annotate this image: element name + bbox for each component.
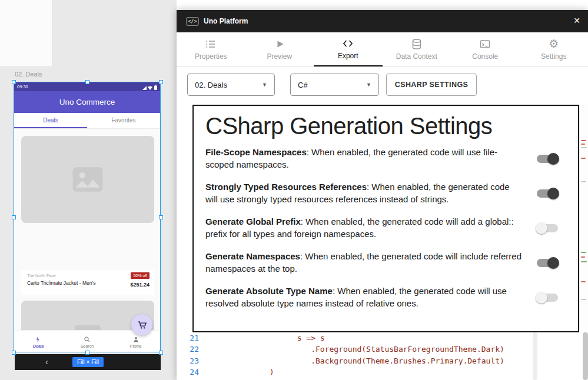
export-toolbar: 02. Deals ▼ C# ▼ CSHARP SETTINGS xyxy=(177,74,588,96)
selection-handle[interactable] xyxy=(85,351,89,355)
code-text: Resources xyxy=(210,378,315,380)
selected-frame[interactable]: 09:30 Uno Commerce Deals Favorites xyxy=(14,82,161,352)
uno-platform-panel: </> Uno Platform ✕ Properties Preview xyxy=(177,10,588,380)
line-number: 24 xyxy=(177,366,199,378)
code-minimap[interactable] xyxy=(579,105,588,329)
toggle-strongly-typed-resources[interactable] xyxy=(537,189,558,198)
list-icon xyxy=(205,38,217,50)
code-scrollbar[interactable] xyxy=(533,332,537,380)
selection-handle[interactable] xyxy=(159,351,163,355)
tab-settings[interactable]: ⚙ Settings xyxy=(520,32,588,66)
selection-handle[interactable] xyxy=(159,215,163,219)
phone-app-bar: Uno Commerce xyxy=(14,91,160,113)
code-line: 24 ) xyxy=(177,366,580,378)
console-icon xyxy=(479,38,491,50)
nav-label: Search xyxy=(81,344,94,348)
screen-select[interactable]: 02. Deals ▼ xyxy=(187,74,275,96)
tab-preview[interactable]: Preview xyxy=(245,32,314,66)
tab-properties[interactable]: Properties xyxy=(177,32,245,66)
code-text: s => s xyxy=(210,332,325,344)
panel-tab-bar: Properties Preview Export xyxy=(177,32,588,67)
csharp-settings-button[interactable]: CSHARP SETTINGS xyxy=(386,74,477,96)
nav-item-deals: Deals xyxy=(14,331,63,352)
code-text: ) xyxy=(210,366,274,378)
product-image-placeholder xyxy=(21,136,154,223)
phone-app-title: Uno Commerce xyxy=(14,91,160,113)
nav-label: Deals xyxy=(33,344,44,348)
setting-text: Strongly Typed Resources References: Whe… xyxy=(205,181,537,205)
screen-select-value: 02. Deals xyxy=(195,81,227,89)
code-line: 21 s => s xyxy=(177,332,580,344)
tab-export[interactable]: Export xyxy=(314,32,383,66)
setting-text: Generate Namespaces: When enabled, the g… xyxy=(205,251,537,275)
tab-label: Preview xyxy=(267,52,292,61)
chevron-down-icon: ▼ xyxy=(366,82,371,88)
toggle-thumb xyxy=(536,222,547,234)
toggle-generate-absolute-type-name[interactable] xyxy=(537,294,558,302)
product-brand: The North Face xyxy=(27,274,56,278)
code-icon xyxy=(342,38,354,49)
setting-row: Generate Namespaces: When enabled, the g… xyxy=(205,249,566,276)
toggle-file-scope-namespaces[interactable] xyxy=(537,155,558,163)
panel-header: </> Uno Platform ✕ xyxy=(177,10,588,32)
dialog-title: CSharp Generation Settings xyxy=(205,113,566,139)
frame-label[interactable]: 02. Deals xyxy=(15,71,42,78)
nav-item-profile: Profile xyxy=(111,331,160,352)
search-icon xyxy=(84,336,91,343)
selection-handle[interactable] xyxy=(85,80,89,84)
chevron-down-icon: ▼ xyxy=(262,82,267,88)
toggle-thumb xyxy=(547,153,559,165)
nav-label: Profile xyxy=(130,344,142,348)
status-icons xyxy=(142,85,158,90)
selection-handle[interactable] xyxy=(159,80,163,84)
tab-label: Export xyxy=(338,52,358,60)
adjacent-frame xyxy=(0,0,52,67)
code-editor[interactable]: 21 s => s 22 .Foreground(StatusBarForegr… xyxy=(177,332,580,380)
setting-label: File-Scope Namespaces xyxy=(205,147,307,157)
close-icon[interactable]: ✕ xyxy=(572,16,582,25)
phone-tab-bar: Deals Favorites xyxy=(14,113,160,129)
line-number: 22 xyxy=(177,344,199,355)
product-info: The North Face Carto Triclimate Jacket -… xyxy=(21,270,154,295)
code-line: 23 .Background(Theme.Brushes.Primary.Def… xyxy=(177,355,580,366)
selection-handle[interactable] xyxy=(12,215,16,219)
selection-handle[interactable] xyxy=(12,351,16,355)
setting-text: Generate Global Prefix: When enabled, th… xyxy=(205,216,537,240)
setting-row: Strongly Typed Resources References: Whe… xyxy=(205,180,566,207)
language-select[interactable]: C# ▼ xyxy=(290,74,379,96)
fill-size-chip[interactable]: Fill × Fill xyxy=(72,357,104,367)
setting-row: Generate Absolute Type Name: When enable… xyxy=(205,284,566,311)
line-number: 21 xyxy=(177,332,199,344)
back-chevron-icon[interactable]: ‹ xyxy=(45,358,48,366)
selection-handle[interactable] xyxy=(12,80,16,84)
image-placeholder-icon xyxy=(71,166,104,193)
toggle-thumb xyxy=(536,292,547,304)
setting-row: Generate Global Prefix: When enabled, th… xyxy=(205,215,566,242)
toggle-generate-namespaces[interactable] xyxy=(537,259,558,267)
selection-toolbar: ‹ Fill × Fill xyxy=(15,354,161,370)
play-icon xyxy=(274,38,285,50)
panel-scrollbar-thumb[interactable] xyxy=(583,332,588,380)
bolt-icon xyxy=(35,336,42,343)
person-icon xyxy=(132,336,139,343)
tab-data-context[interactable]: Data Context xyxy=(383,32,451,66)
code-line: 25 Resources xyxy=(177,378,580,380)
product-price: $251.24 xyxy=(130,282,150,288)
discount-badge: 50% off xyxy=(131,272,150,279)
toggle-generate-global-prefix[interactable] xyxy=(537,224,558,232)
design-canvas[interactable]: 02. Deals 09:30 Uno Commerce Deals Favor… xyxy=(0,0,177,380)
phone-tab-deals: Deals xyxy=(14,113,87,128)
tab-console[interactable]: Console xyxy=(451,32,520,66)
status-time: 09:30 xyxy=(17,84,28,89)
setting-label: Strongly Typed Resources References xyxy=(205,182,367,192)
tab-label: Console xyxy=(472,52,498,61)
setting-text: File-Scope Namespaces: When enabled, the… xyxy=(205,146,537,171)
gear-icon: ⚙ xyxy=(549,38,559,50)
phone-content: The North Face Carto Triclimate Jacket -… xyxy=(14,129,160,330)
cart-icon xyxy=(137,320,147,330)
code-line: 22 .Foreground(StatusBarForegroundTheme.… xyxy=(177,344,580,355)
setting-row: File-Scope Namespaces: When enabled, the… xyxy=(205,145,566,172)
line-number: 23 xyxy=(177,355,199,366)
database-icon xyxy=(411,38,423,50)
setting-label: Generate Namespaces xyxy=(205,251,300,261)
